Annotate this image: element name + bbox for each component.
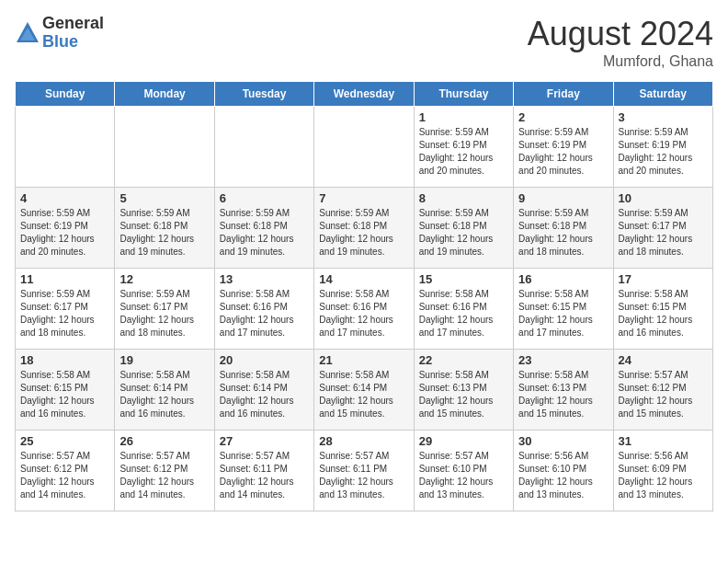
calendar-cell: 19Sunrise: 5:58 AM Sunset: 6:14 PM Dayli… xyxy=(115,350,214,431)
calendar-cell: 26Sunrise: 5:57 AM Sunset: 6:12 PM Dayli… xyxy=(115,431,214,511)
calendar-week-row: 18Sunrise: 5:58 AM Sunset: 6:15 PM Dayli… xyxy=(16,350,713,431)
day-number: 12 xyxy=(119,272,209,286)
calendar-cell: 23Sunrise: 5:58 AM Sunset: 6:13 PM Dayli… xyxy=(514,350,613,431)
calendar-cell: 17Sunrise: 5:58 AM Sunset: 6:15 PM Dayli… xyxy=(613,269,712,350)
day-info: Sunrise: 5:59 AM Sunset: 6:17 PM Dayligh… xyxy=(619,207,708,259)
calendar-cell: 6Sunrise: 5:59 AM Sunset: 6:18 PM Daylig… xyxy=(214,188,313,269)
calendar-cell: 5Sunrise: 5:59 AM Sunset: 6:18 PM Daylig… xyxy=(115,188,214,269)
logo-general-text: General xyxy=(42,15,104,33)
day-info: Sunrise: 5:59 AM Sunset: 6:17 PM Dayligh… xyxy=(20,288,109,339)
calendar-cell: 15Sunrise: 5:58 AM Sunset: 6:16 PM Dayli… xyxy=(414,269,513,350)
day-info: Sunrise: 5:59 AM Sunset: 6:18 PM Dayligh… xyxy=(220,207,309,259)
calendar-cell: 14Sunrise: 5:58 AM Sunset: 6:16 PM Dayli… xyxy=(314,269,414,350)
day-info: Sunrise: 5:58 AM Sunset: 6:13 PM Dayligh… xyxy=(419,369,508,420)
day-number: 20 xyxy=(220,353,309,367)
day-number: 27 xyxy=(220,434,309,448)
day-info: Sunrise: 5:58 AM Sunset: 6:15 PM Dayligh… xyxy=(518,288,608,339)
day-info: Sunrise: 5:59 AM Sunset: 6:18 PM Dayligh… xyxy=(319,207,408,259)
day-number: 24 xyxy=(619,353,708,367)
day-info: Sunrise: 5:57 AM Sunset: 6:10 PM Dayligh… xyxy=(419,450,508,501)
day-number: 19 xyxy=(119,353,209,367)
weekday-header: Wednesday xyxy=(314,82,414,107)
calendar-cell: 18Sunrise: 5:58 AM Sunset: 6:15 PM Dayli… xyxy=(16,350,115,431)
weekday-header: Friday xyxy=(514,82,613,107)
calendar-cell: 8Sunrise: 5:59 AM Sunset: 6:18 PM Daylig… xyxy=(414,188,513,269)
day-number: 30 xyxy=(518,434,608,448)
calendar-cell: 2Sunrise: 5:59 AM Sunset: 6:19 PM Daylig… xyxy=(514,107,613,188)
day-number: 26 xyxy=(119,434,209,448)
calendar-week-row: 1Sunrise: 5:59 AM Sunset: 6:19 PM Daylig… xyxy=(16,107,713,188)
day-info: Sunrise: 5:57 AM Sunset: 6:12 PM Dayligh… xyxy=(119,450,209,501)
calendar-cell xyxy=(214,107,313,188)
day-info: Sunrise: 5:57 AM Sunset: 6:11 PM Dayligh… xyxy=(220,450,309,501)
calendar-cell: 29Sunrise: 5:57 AM Sunset: 6:10 PM Dayli… xyxy=(414,431,513,511)
day-number: 11 xyxy=(20,272,109,286)
calendar-cell: 24Sunrise: 5:57 AM Sunset: 6:12 PM Dayli… xyxy=(613,350,712,431)
day-number: 2 xyxy=(518,110,608,124)
calendar-cell: 3Sunrise: 5:59 AM Sunset: 6:19 PM Daylig… xyxy=(613,107,712,188)
calendar-cell: 20Sunrise: 5:58 AM Sunset: 6:14 PM Dayli… xyxy=(214,350,313,431)
day-info: Sunrise: 5:58 AM Sunset: 6:13 PM Dayligh… xyxy=(518,369,608,420)
day-number: 3 xyxy=(619,110,708,124)
day-info: Sunrise: 5:59 AM Sunset: 6:18 PM Dayligh… xyxy=(518,207,608,259)
calendar-cell: 27Sunrise: 5:57 AM Sunset: 6:11 PM Dayli… xyxy=(214,431,313,511)
calendar-cell: 7Sunrise: 5:59 AM Sunset: 6:18 PM Daylig… xyxy=(314,188,414,269)
page-header: General Blue August 2024 Mumford, Ghana xyxy=(15,15,713,70)
day-number: 15 xyxy=(419,272,508,286)
weekday-header: Saturday xyxy=(613,82,712,107)
day-info: Sunrise: 5:58 AM Sunset: 6:16 PM Dayligh… xyxy=(220,288,309,339)
calendar-week-row: 11Sunrise: 5:59 AM Sunset: 6:17 PM Dayli… xyxy=(16,269,713,350)
day-info: Sunrise: 5:58 AM Sunset: 6:14 PM Dayligh… xyxy=(319,369,408,420)
weekday-header: Monday xyxy=(115,82,214,107)
day-info: Sunrise: 5:58 AM Sunset: 6:14 PM Dayligh… xyxy=(220,369,309,420)
day-info: Sunrise: 5:59 AM Sunset: 6:17 PM Dayligh… xyxy=(119,288,209,339)
calendar-cell: 16Sunrise: 5:58 AM Sunset: 6:15 PM Dayli… xyxy=(514,269,613,350)
calendar-cell: 11Sunrise: 5:59 AM Sunset: 6:17 PM Dayli… xyxy=(16,269,115,350)
calendar-week-row: 25Sunrise: 5:57 AM Sunset: 6:12 PM Dayli… xyxy=(16,431,713,511)
calendar-cell: 13Sunrise: 5:58 AM Sunset: 6:16 PM Dayli… xyxy=(214,269,313,350)
day-info: Sunrise: 5:57 AM Sunset: 6:12 PM Dayligh… xyxy=(619,369,708,420)
calendar-cell: 31Sunrise: 5:56 AM Sunset: 6:09 PM Dayli… xyxy=(613,431,712,511)
weekday-header: Sunday xyxy=(16,82,115,107)
title-block: August 2024 Mumford, Ghana xyxy=(528,15,713,70)
day-info: Sunrise: 5:58 AM Sunset: 6:15 PM Dayligh… xyxy=(20,369,109,420)
month-title: August 2024 xyxy=(528,15,713,53)
weekday-header-row: SundayMondayTuesdayWednesdayThursdayFrid… xyxy=(16,82,713,107)
day-number: 31 xyxy=(619,434,708,448)
day-info: Sunrise: 5:59 AM Sunset: 6:19 PM Dayligh… xyxy=(419,126,508,178)
day-number: 1 xyxy=(419,110,508,124)
day-number: 5 xyxy=(119,191,209,205)
calendar-cell: 21Sunrise: 5:58 AM Sunset: 6:14 PM Dayli… xyxy=(314,350,414,431)
weekday-header: Thursday xyxy=(414,82,513,107)
day-info: Sunrise: 5:58 AM Sunset: 6:15 PM Dayligh… xyxy=(619,288,708,339)
day-info: Sunrise: 5:59 AM Sunset: 6:19 PM Dayligh… xyxy=(619,126,708,178)
calendar-cell xyxy=(314,107,414,188)
day-info: Sunrise: 5:58 AM Sunset: 6:16 PM Dayligh… xyxy=(419,288,508,339)
calendar-table: SundayMondayTuesdayWednesdayThursdayFrid… xyxy=(15,81,713,511)
calendar-cell xyxy=(16,107,115,188)
day-number: 29 xyxy=(419,434,508,448)
calendar-cell: 9Sunrise: 5:59 AM Sunset: 6:18 PM Daylig… xyxy=(514,188,613,269)
day-number: 8 xyxy=(419,191,508,205)
day-info: Sunrise: 5:59 AM Sunset: 6:18 PM Dayligh… xyxy=(419,207,508,259)
logo-blue-text: Blue xyxy=(42,33,104,52)
day-number: 10 xyxy=(619,191,708,205)
day-info: Sunrise: 5:57 AM Sunset: 6:12 PM Dayligh… xyxy=(20,450,109,501)
day-number: 25 xyxy=(20,434,109,448)
logo: General Blue xyxy=(15,15,104,52)
weekday-header: Tuesday xyxy=(214,82,313,107)
day-info: Sunrise: 5:59 AM Sunset: 6:19 PM Dayligh… xyxy=(518,126,608,178)
day-number: 23 xyxy=(518,353,608,367)
day-number: 14 xyxy=(319,272,408,286)
day-number: 7 xyxy=(319,191,408,205)
calendar-cell: 4Sunrise: 5:59 AM Sunset: 6:19 PM Daylig… xyxy=(16,188,115,269)
day-info: Sunrise: 5:56 AM Sunset: 6:10 PM Dayligh… xyxy=(518,450,608,501)
day-number: 6 xyxy=(220,191,309,205)
day-number: 9 xyxy=(518,191,608,205)
day-number: 17 xyxy=(619,272,708,286)
calendar-cell: 12Sunrise: 5:59 AM Sunset: 6:17 PM Dayli… xyxy=(115,269,214,350)
day-number: 28 xyxy=(319,434,408,448)
calendar-cell: 28Sunrise: 5:57 AM Sunset: 6:11 PM Dayli… xyxy=(314,431,414,511)
location: Mumford, Ghana xyxy=(528,53,713,70)
day-number: 4 xyxy=(20,191,109,205)
